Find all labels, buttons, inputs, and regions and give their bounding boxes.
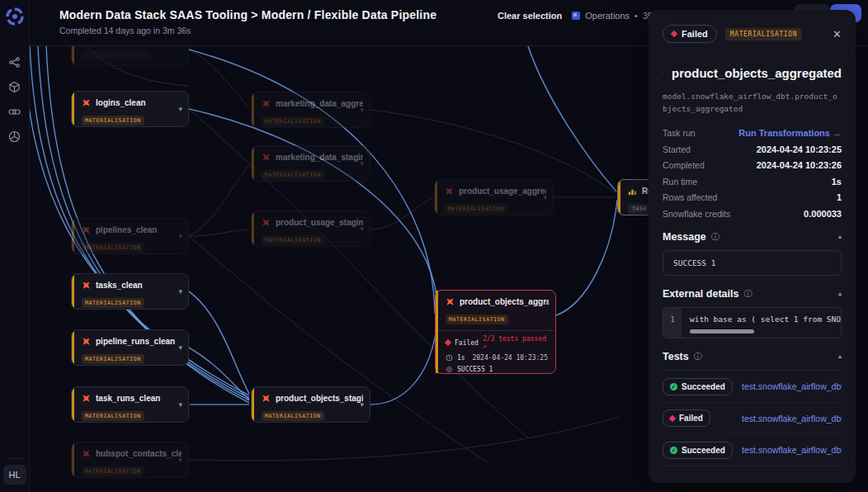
- node-expand-icon[interactable]: ▾: [178, 232, 182, 240]
- node-stripe: [435, 180, 437, 215]
- edge: [189, 417, 619, 461]
- clear-selection-button[interactable]: Clear selection: [498, 11, 562, 21]
- node-badge-row: MATERIALISATION: [252, 162, 370, 180]
- node-badge-row: MATERIALISATION: [72, 458, 188, 476]
- edge: [370, 334, 436, 404]
- dag-node-product_objects_aggregated[interactable]: product_objects_aggregated MATERIALISATI…: [435, 290, 556, 374]
- node-failed-label: Failed: [455, 339, 479, 347]
- app-logo[interactable]: [5, 7, 25, 26]
- node-stripe: [618, 180, 620, 215]
- cube-icon[interactable]: [5, 78, 25, 96]
- node-time-row: 1s 2024-04-24 10:23:25: [436, 350, 555, 362]
- detail-row: Task runRun Transformations →: [663, 128, 842, 138]
- node-expand-icon[interactable]: ▾: [360, 225, 364, 233]
- node-stripe: [252, 92, 254, 127]
- dag-node-product_usage_staging[interactable]: product_usage_staging MATERIALISATION ▾: [251, 211, 370, 247]
- dag-node-task_runs_clean[interactable]: task_runs_clean MATERIALISATION ▾: [71, 386, 189, 423]
- operations-chip[interactable]: Operations • 35: [572, 11, 653, 21]
- tests-section-header: Tests ⓘ ▴: [663, 351, 842, 362]
- node-badge-row: MATERIALISATION: [436, 306, 555, 324]
- edge: [528, 46, 616, 192]
- detail-row: Rows affected1: [663, 192, 842, 202]
- node-badge: MATERIALISATION: [82, 411, 144, 421]
- failed-diamond-icon: [445, 339, 451, 346]
- test-link[interactable]: test.snowflake_airflow_dbt.unique_pro: [742, 381, 842, 391]
- edge: [528, 46, 616, 192]
- collapse-external-icon[interactable]: ▴: [838, 290, 842, 297]
- detail-value: 2024-04-24 10:23:26: [757, 160, 842, 170]
- dag-node-marketing_data_staging[interactable]: marketing_data_staging MATERIALISATION ▾: [251, 145, 370, 182]
- node-badge-row: MATERIALISATION: [252, 108, 370, 126]
- node-header: pipelines_clean: [72, 219, 188, 234]
- dag-node-pipelines_clean[interactable]: pipelines_clean MATERIALISATION ▾: [71, 218, 189, 254]
- dbt-icon: [262, 153, 271, 162]
- status-label: Failed: [682, 29, 708, 39]
- node-name: logins_clean: [96, 98, 182, 107]
- node-badge-row: MATERIALISATION: [252, 403, 370, 421]
- task-run-link[interactable]: Run Transformations →: [738, 128, 842, 138]
- dag-node-hubspot_contacts_clean[interactable]: hubspot_contacts_clean MATERIALISATION ▾: [71, 442, 189, 478]
- node-failed-row: Failed 2/3 tests passed ↗: [436, 331, 555, 350]
- tests-passed-link[interactable]: 2/3 tests passed ↗: [483, 335, 548, 350]
- node-expand-icon[interactable]: ▴: [545, 298, 550, 306]
- dag-node-product_objects_staging[interactable]: product_objects_staging MATERIALISATION …: [251, 386, 370, 423]
- node-message: SUCCESS 1: [457, 366, 493, 373]
- node-badge-row: MATERIALISATION: [435, 196, 553, 214]
- node-badge: MATERIALISATION: [445, 204, 507, 214]
- detail-value: 0.000033: [804, 209, 842, 219]
- node-badge: MATERIALISATION: [82, 298, 144, 308]
- model-path: model.snowflake_airflow_dbt.product_obje…: [663, 91, 842, 115]
- test-link[interactable]: test.snowflake_airflow_dbt.not_null_pr: [742, 414, 842, 423]
- node-name: tasks_clean: [96, 281, 182, 290]
- test-link[interactable]: test.snowflake_airflow_dbt.not_null_pr: [742, 445, 842, 455]
- link-icon[interactable]: [5, 102, 25, 121]
- node-expand-icon[interactable]: ▾: [360, 400, 364, 409]
- test-status-label: Failed: [679, 414, 703, 423]
- panel-status-row: Failed MATERIALISATION ✕: [663, 25, 842, 43]
- node-header: hubspot_contacts_clean: [72, 442, 188, 458]
- collapse-message-icon[interactable]: ▴: [838, 233, 842, 240]
- node-expand-icon[interactable]: ▾: [543, 193, 547, 201]
- globe-icon[interactable]: [5, 127, 25, 145]
- dag-node-pipeline_runs_clean[interactable]: pipeline_runs_clean MATERIALISATION ▾: [71, 329, 189, 366]
- horizontal-scrollbar[interactable]: [690, 329, 754, 334]
- node-badge: MATERIALISATION: [82, 466, 144, 476]
- node-expand-icon[interactable]: ▾: [178, 456, 182, 464]
- dbt-icon: [82, 281, 91, 290]
- dag-node-marketing_data_aggregated[interactable]: marketing_data_aggregated MATERIALISATIO…: [251, 92, 370, 128]
- status-badge: Failed: [663, 25, 717, 43]
- node-stripe: [72, 274, 74, 309]
- dag-node-logins_clean[interactable]: logins_clean MATERIALISATION ▾: [71, 91, 189, 127]
- detail-row: Snowflake credits0.000033: [663, 209, 842, 219]
- node-name: product_objects_aggregated: [460, 297, 549, 306]
- dag-node-tasks_clean[interactable]: tasks_clean MATERIALISATION ▾: [71, 273, 189, 310]
- edge: [556, 200, 617, 315]
- node-expand-icon[interactable]: ▾: [178, 400, 182, 409]
- node-expand-icon[interactable]: ▾: [360, 106, 364, 114]
- tests-title: Tests: [663, 351, 689, 362]
- node-expand-icon[interactable]: ▾: [178, 105, 182, 113]
- node-expand-icon[interactable]: ▾: [360, 159, 364, 168]
- test-status-badge: Failed: [663, 409, 710, 427]
- test-status-label: Succeeded: [682, 382, 725, 391]
- node-stripe: [252, 146, 254, 181]
- collapse-tests-icon[interactable]: ▴: [838, 352, 842, 360]
- test-status-badge: ✓ Succeeded: [663, 378, 733, 395]
- dag-node-product_usage_aggregated[interactable]: product_usage_aggregated MATERIALISATION…: [434, 179, 554, 215]
- node-badge: MATERIALISATION: [262, 235, 324, 245]
- user-avatar[interactable]: HL: [3, 465, 26, 485]
- detail-row: Run time1s: [663, 177, 842, 187]
- node-expand-icon[interactable]: ▾: [178, 287, 182, 296]
- node-badge: TASK: [628, 204, 651, 214]
- external-section-header: External details ⓘ ▴: [663, 288, 842, 300]
- dbt-icon: [82, 394, 91, 403]
- node-badge: MATERIALISATION: [262, 411, 324, 421]
- close-icon[interactable]: ✕: [833, 28, 842, 40]
- share-network-icon[interactable]: [5, 53, 25, 71]
- node-header: product_usage_staging: [252, 211, 370, 227]
- node-expand-icon[interactable]: ▾: [178, 343, 182, 352]
- detail-label: Snowflake credits: [663, 209, 730, 219]
- info-icon: ⓘ: [711, 231, 719, 243]
- node-badge-row: MATERIALISATION: [72, 346, 188, 364]
- node-badge: MATERIALISATION: [446, 315, 508, 324]
